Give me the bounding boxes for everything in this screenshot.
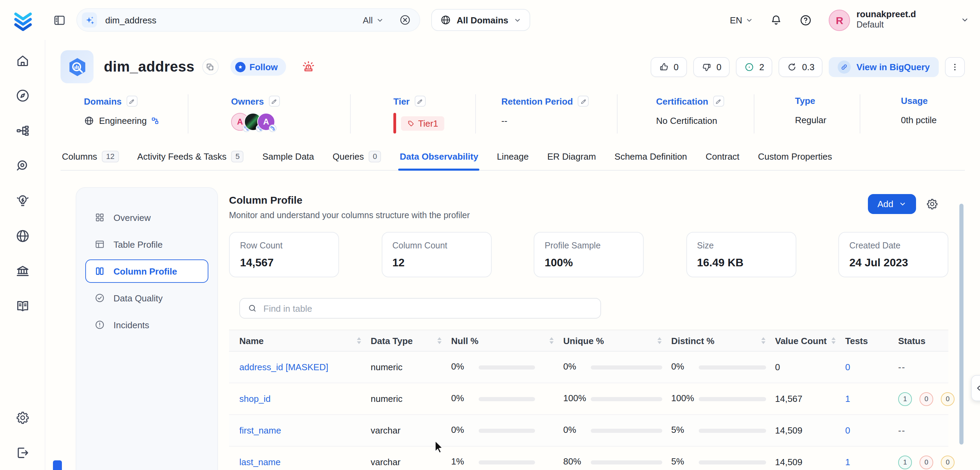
sidebar-item-explore-icon[interactable] bbox=[15, 88, 30, 103]
column-header-value-count[interactable]: Value Count bbox=[775, 330, 845, 351]
column-name-link[interactable]: last_name bbox=[239, 457, 281, 467]
sidebar-item-logout-icon[interactable] bbox=[15, 445, 30, 460]
follow-button[interactable]: Follow bbox=[231, 58, 286, 76]
tab-contract[interactable]: Contract bbox=[704, 148, 741, 170]
column-header-data-type[interactable]: Data Type bbox=[371, 330, 451, 351]
scrollbar-thumb[interactable] bbox=[959, 204, 964, 445]
add-button[interactable]: Add bbox=[868, 194, 916, 214]
edit-retention-icon[interactable] bbox=[578, 96, 589, 107]
settings-gear-icon[interactable] bbox=[926, 198, 939, 210]
expand-panel-button[interactable] bbox=[971, 375, 980, 401]
tab-schema-definition[interactable]: Schema Definition bbox=[613, 148, 689, 170]
app-logo[interactable] bbox=[0, 9, 45, 31]
tests-count-link[interactable]: 0 bbox=[845, 362, 850, 372]
column-name-link[interactable]: first_name bbox=[239, 425, 281, 436]
notifications-bell-icon[interactable] bbox=[770, 13, 783, 27]
meta-type: TypeRegular bbox=[754, 94, 860, 134]
search-input[interactable] bbox=[105, 15, 363, 25]
cell-null: 0% bbox=[451, 392, 563, 405]
edit-tier-icon[interactable] bbox=[414, 96, 425, 107]
profiler-nav-table-profile[interactable]: Table Profile bbox=[85, 233, 208, 256]
column-header-distinct-[interactable]: Distinct % bbox=[671, 330, 775, 351]
domain-filter-dropdown[interactable]: All Domains bbox=[431, 9, 530, 31]
tab-custom-properties[interactable]: Custom Properties bbox=[756, 148, 833, 170]
user-menu[interactable]: R rounakpreet.d Default bbox=[829, 9, 969, 31]
sidebar-item-govern-icon[interactable] bbox=[15, 264, 30, 279]
status-failed-badge[interactable]: 0 bbox=[920, 392, 933, 406]
sidebar-item-pipeline-icon[interactable] bbox=[15, 123, 30, 138]
target-button[interactable]: 2 bbox=[736, 57, 772, 77]
language-dropdown[interactable]: EN bbox=[730, 15, 753, 25]
distinct-percent: 100% bbox=[671, 392, 695, 405]
tests-count-link[interactable]: 1 bbox=[845, 394, 850, 404]
sort-icon[interactable] bbox=[832, 337, 835, 344]
tab-activity-feeds-tasks[interactable]: Activity Feeds & Tasks5 bbox=[136, 148, 245, 170]
refresh-button[interactable]: 0.3 bbox=[778, 57, 822, 77]
floating-widget[interactable] bbox=[53, 460, 62, 470]
cell-name: address_id [MASKED] bbox=[239, 362, 371, 372]
thumbs-up-button[interactable]: 0 bbox=[650, 57, 687, 77]
sidebar-toggle-icon[interactable] bbox=[53, 13, 66, 27]
column-header-label: Data Type bbox=[371, 335, 413, 346]
global-search[interactable]: All bbox=[76, 8, 420, 32]
column-name-link[interactable]: address_id [MASKED] bbox=[239, 362, 328, 372]
sort-icon[interactable] bbox=[357, 337, 361, 344]
subdomain-link-icon bbox=[152, 117, 159, 124]
meta-certification: CertificationNo Certification bbox=[617, 94, 754, 134]
sidebar-item-insights-icon[interactable] bbox=[15, 193, 30, 209]
view-in-bigquery-button[interactable]: View in BigQuery bbox=[829, 57, 939, 77]
sidebar-item-observability-icon[interactable] bbox=[15, 158, 30, 174]
sidebar-item-glossary-icon[interactable] bbox=[15, 299, 30, 314]
tier-badge[interactable]: Tier1 bbox=[401, 116, 444, 131]
column-header-unique-[interactable]: Unique % bbox=[563, 330, 671, 351]
sort-icon[interactable] bbox=[438, 337, 442, 344]
sort-icon[interactable] bbox=[549, 337, 554, 344]
column-header-name[interactable]: Name bbox=[239, 330, 371, 351]
column-name-link[interactable]: shop_id bbox=[239, 394, 270, 404]
panel-title: Column Profile bbox=[229, 194, 470, 206]
sidebar-item-domain-icon[interactable] bbox=[15, 228, 30, 244]
tab-er-diagram[interactable]: ER Diagram bbox=[546, 148, 597, 170]
status-failed-badge[interactable]: 0 bbox=[920, 455, 933, 469]
edit-owners-icon[interactable] bbox=[269, 96, 280, 107]
edit-certification-icon[interactable] bbox=[713, 96, 724, 107]
status-aborted-badge[interactable]: 0 bbox=[941, 455, 955, 469]
owner-avatar[interactable]: A bbox=[257, 113, 275, 131]
tests-count-link[interactable]: 0 bbox=[845, 425, 850, 436]
search-scope-dropdown[interactable]: All bbox=[363, 15, 384, 25]
tab-sample-data[interactable]: Sample Data bbox=[261, 148, 315, 170]
status-aborted-badge[interactable]: 0 bbox=[941, 392, 955, 406]
table-search[interactable] bbox=[239, 298, 601, 319]
profiler-nav-data-quality[interactable]: Data Quality bbox=[85, 286, 208, 310]
find-in-table-input[interactable] bbox=[263, 303, 593, 314]
alert-alarm-icon[interactable] bbox=[301, 59, 316, 74]
tab-queries[interactable]: Queries0 bbox=[331, 148, 382, 170]
profiler-nav-column-profile[interactable]: Column Profile bbox=[85, 260, 208, 283]
tab-columns[interactable]: Columns12 bbox=[60, 148, 120, 170]
tab-data-observability[interactable]: Data Observability bbox=[399, 148, 480, 170]
thumbs-down-button[interactable]: 0 bbox=[693, 57, 730, 77]
profiler-nav-overview[interactable]: Overview bbox=[85, 206, 208, 229]
cell-value-count: 14,509 bbox=[775, 425, 845, 436]
tab-lineage[interactable]: Lineage bbox=[495, 148, 530, 170]
unique-progress-bar bbox=[591, 460, 662, 464]
profiler-nav-incidents[interactable]: Incidents bbox=[85, 313, 208, 336]
column-header-null-[interactable]: Null % bbox=[451, 330, 563, 351]
sort-icon[interactable] bbox=[761, 337, 765, 344]
copy-name-icon[interactable] bbox=[202, 59, 219, 75]
sidebar-item-home-icon[interactable] bbox=[15, 53, 30, 68]
sidebar-item-settings-icon[interactable] bbox=[15, 410, 30, 425]
unique-percent: 100% bbox=[563, 392, 587, 405]
search-clear-icon[interactable] bbox=[399, 14, 411, 26]
tests-count-link[interactable]: 1 bbox=[845, 457, 850, 467]
domain-value[interactable]: Engineering bbox=[84, 116, 181, 126]
help-icon[interactable] bbox=[799, 13, 813, 27]
status-success-badge[interactable]: 1 bbox=[898, 455, 912, 469]
check-circle-icon bbox=[94, 292, 105, 303]
sort-icon[interactable] bbox=[657, 337, 662, 344]
edit-domains-icon[interactable] bbox=[127, 96, 138, 107]
status-success-badge[interactable]: 1 bbox=[898, 392, 912, 406]
more-actions-button[interactable] bbox=[945, 57, 965, 77]
null-percent: 0% bbox=[451, 392, 474, 405]
meta-value-certification: No Certification bbox=[656, 116, 747, 126]
